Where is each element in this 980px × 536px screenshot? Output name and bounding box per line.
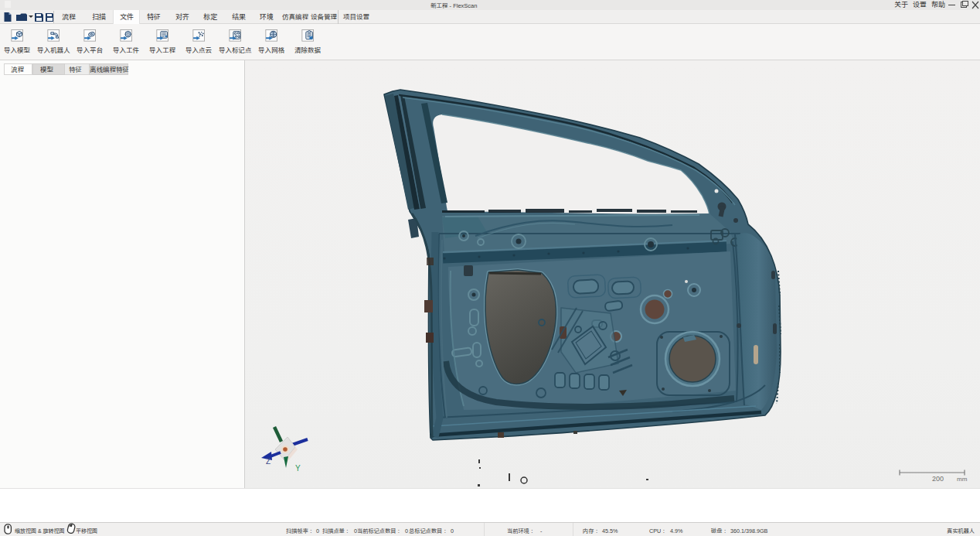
svg-text:200: 200 bbox=[932, 475, 944, 483]
svg-text:mm: mm bbox=[957, 476, 968, 483]
svg-text:Y: Y bbox=[295, 464, 301, 473]
svg-text:Z: Z bbox=[266, 457, 271, 466]
